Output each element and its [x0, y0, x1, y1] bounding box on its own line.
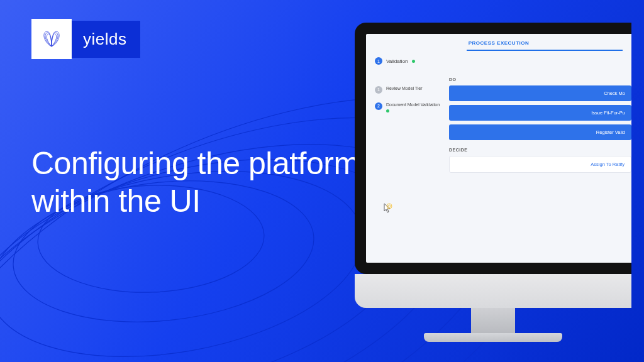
- do-action-button[interactable]: Check Mo: [449, 85, 631, 101]
- tab-process-execution[interactable]: PROCESS EXECUTION: [366, 34, 631, 50]
- breadcrumb: 1 Validation: [366, 51, 631, 71]
- assign-to-ratify-link[interactable]: Assign To Ratify: [449, 156, 631, 173]
- do-action-button[interactable]: Issue Fit-For-Pu: [449, 105, 631, 121]
- status-dot-icon: [386, 109, 389, 112]
- step-badge: 1: [375, 86, 382, 94]
- breadcrumb-step-badge: 1: [375, 57, 382, 65]
- monitor-bezel: PROCESS EXECUTION 1 Validation 1 Review …: [355, 23, 631, 274]
- monitor-neck: [471, 308, 515, 333]
- status-dot-icon: [412, 60, 415, 63]
- slide-headline: Configuring the platform within the UI: [31, 145, 371, 220]
- brand-name: yields: [72, 21, 140, 58]
- monitor-base: [424, 333, 562, 342]
- butterfly-icon: [38, 25, 65, 53]
- panel-body: 1 Review Model Tier 2 Document Model Val…: [366, 71, 631, 173]
- app-screen: PROCESS EXECUTION 1 Validation 1 Review …: [366, 34, 631, 263]
- do-action-button[interactable]: Register Valid: [449, 124, 631, 140]
- cursor-icon: [382, 202, 394, 216]
- monitor-chin: [355, 274, 631, 308]
- monitor-mockup: PROCESS EXECUTION 1 Validation 1 Review …: [355, 23, 644, 362]
- step-label: Document Model Validation: [386, 102, 440, 107]
- step-list: 1 Review Model Tier 2 Document Model Val…: [375, 75, 443, 173]
- step-badge: 2: [375, 102, 382, 110]
- brand-logo: [31, 19, 72, 59]
- svg-point-8: [388, 205, 391, 207]
- do-header: DO: [449, 77, 631, 82]
- decide-header: DECIDE: [449, 148, 631, 152]
- step-review-model-tier[interactable]: 1 Review Model Tier: [375, 86, 443, 94]
- main-column: DO Check Mo Issue Fit-For-Pu Register Va…: [449, 75, 631, 173]
- brand-block: yields: [31, 19, 140, 59]
- breadcrumb-label: Validation: [386, 58, 408, 64]
- slide-background: yields Configuring the platform within t…: [0, 0, 644, 362]
- step-label: Review Model Tier: [386, 86, 423, 91]
- step-document-model-validation[interactable]: 2 Document Model Validation: [375, 102, 443, 114]
